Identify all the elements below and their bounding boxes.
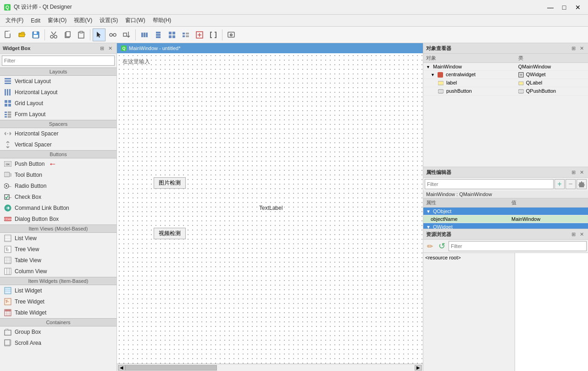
adjust-size-button[interactable] (207, 28, 220, 41)
item-table-view[interactable]: Table View (0, 255, 116, 266)
menu-window2[interactable]: 窗口(W) (122, 15, 149, 26)
cut-button[interactable] (47, 28, 60, 41)
close-button[interactable]: ✕ (571, 2, 584, 12)
layout-v-button[interactable] (152, 28, 165, 41)
icon-push-button: OK (4, 160, 12, 168)
label-form-layout: Form Layout (15, 111, 45, 118)
item-list-widget[interactable]: List Widget (0, 285, 116, 296)
widget-box-header: Widget Box ⊞ ✕ (0, 43, 116, 54)
svg-rect-18 (146, 33, 148, 37)
break-layout-button[interactable] (193, 28, 206, 41)
label-column-view: Column View (15, 268, 47, 275)
item-tree-view[interactable]: Tree View (0, 244, 116, 255)
copy-button[interactable] (61, 28, 74, 41)
item-vertical-layout[interactable]: Vertical Layout (0, 76, 116, 87)
menu-help[interactable]: 帮助(H) (149, 15, 175, 26)
icon-table-view (4, 256, 12, 264)
item-horizontal-layout[interactable]: Horizontal Layout (0, 87, 116, 98)
obj-close-btn[interactable]: ✕ (578, 45, 585, 52)
connect-button[interactable] (106, 28, 119, 41)
separator-1 (44, 29, 45, 40)
paste-button[interactable] (75, 28, 88, 41)
tab-order-button[interactable] (120, 28, 133, 41)
canvas-button-image[interactable]: 图片检测 (154, 177, 186, 189)
cursor-button[interactable] (93, 28, 105, 41)
prop-objectname-value[interactable]: MainWindow (509, 215, 588, 223)
item-tool-button[interactable]: Tool Button (0, 169, 116, 180)
menu-file[interactable]: 文件(F) (2, 15, 27, 26)
property-filter-input[interactable] (425, 179, 554, 189)
obj-row-mainwindow[interactable]: ▼ MainWindow QMainWindow (423, 63, 588, 71)
scroll-thumb[interactable] (125, 365, 217, 371)
qobject-group-label: QObject (433, 208, 451, 214)
canvas-horizontal-scrollbar[interactable]: ◀ ▶ (117, 364, 423, 371)
maximize-button[interactable]: □ (558, 2, 571, 12)
section-item-widgets[interactable]: Item Widgets (Item-Based) (0, 277, 116, 285)
centralwidget-expand-icon: ▼ (431, 73, 435, 77)
scroll-left-btn[interactable]: ◀ (118, 365, 125, 371)
minimize-button[interactable]: — (544, 2, 557, 12)
obj-row-pushbutton[interactable]: pushButton QPushButton (423, 87, 588, 96)
section-layouts[interactable]: Layouts (0, 67, 116, 76)
resource-edit-btn[interactable]: ✏ (425, 241, 435, 251)
push-button-arrow: ← (48, 159, 56, 169)
svg-rect-107 (438, 81, 444, 85)
item-dialog-button-box[interactable]: OK Cancel Dialog Button Box (0, 214, 116, 225)
prop-float-btn[interactable]: ⊞ (570, 169, 577, 176)
scroll-right-btn[interactable]: ▶ (415, 365, 422, 371)
widget-box-float-btn[interactable]: ⊞ (98, 45, 105, 52)
svg-text:OK Cancel: OK Cancel (4, 218, 11, 220)
menu-settings[interactable]: 设置(S) (96, 15, 122, 26)
preview-button[interactable] (225, 28, 238, 41)
item-table-widget[interactable]: Table Widget (0, 307, 116, 318)
item-check-box[interactable]: — Check Box (0, 191, 116, 202)
obj-float-btn[interactable]: ⊞ (570, 45, 577, 52)
label-vertical-spacer: Vertical Spacer (15, 141, 52, 148)
layout-h-button[interactable] (138, 28, 151, 41)
item-horizontal-spacer[interactable]: Horizontal Spacer (0, 128, 116, 139)
resource-refresh-btn[interactable]: ↺ (437, 241, 447, 251)
item-command-link-button[interactable]: Command Link Button (0, 202, 116, 214)
svg-text:Q: Q (6, 5, 9, 10)
save-button[interactable] (29, 28, 42, 41)
layout-grid-button[interactable] (166, 28, 178, 41)
resource-float-btn[interactable]: ⊞ (570, 230, 577, 238)
item-group-box[interactable]: GB Group Box (0, 326, 116, 337)
menu-window[interactable]: 窗体(O) (44, 15, 70, 26)
resource-root-item[interactable]: <resource root> (425, 255, 513, 260)
prop-settings-btn[interactable] (577, 179, 587, 189)
item-tree-widget[interactable]: Tree Widget (0, 296, 116, 307)
canvas-inner[interactable]: 在这里输入 图片检测 TextLabel 视频检测 (117, 53, 423, 364)
item-radio-button[interactable]: — Radio Button (0, 180, 116, 191)
prop-close-btn[interactable]: ✕ (578, 169, 585, 176)
canvas-titlebar: Q MainWindow - untitled* (117, 43, 423, 53)
widget-box-filter-input[interactable] (2, 56, 115, 66)
item-push-button[interactable]: OK Push Button ← (0, 158, 116, 169)
menu-view[interactable]: 视图(V) (70, 15, 96, 26)
menu-edit[interactable]: Edit (27, 16, 44, 25)
resource-filter-input[interactable] (449, 241, 587, 251)
item-vertical-spacer[interactable]: Vertical Spacer (0, 139, 116, 150)
layout-form-button[interactable] (179, 28, 192, 41)
item-form-layout[interactable]: Form Layout (0, 109, 116, 120)
obj-row-label[interactable]: label QLabel (423, 79, 588, 87)
item-list-view[interactable]: List View (0, 233, 116, 244)
new-button[interactable] (2, 28, 15, 41)
prop-row-objectname[interactable]: objectName MainWindow (423, 215, 588, 223)
canvas-button-video[interactable]: 视频检测 (154, 228, 186, 239)
prop-remove-btn[interactable]: − (566, 179, 576, 189)
open-button[interactable] (16, 28, 28, 41)
svg-rect-43 (8, 104, 11, 107)
item-grid-layout[interactable]: Grid Layout (0, 98, 116, 109)
section-containers[interactable]: Containers (0, 318, 116, 326)
section-spacers[interactable]: Spacers (0, 120, 116, 128)
obj-row-centralwidget[interactable]: ▼ centralwidget QWidget (423, 71, 588, 79)
widget-box-close-btn[interactable]: ✕ (106, 45, 114, 52)
section-item-views[interactable]: Item Views (Model-Based) (0, 225, 116, 233)
svg-rect-25 (172, 35, 175, 38)
resource-close-btn[interactable]: ✕ (578, 230, 585, 238)
item-scroll-area[interactable]: Scroll Area (0, 337, 116, 349)
section-buttons[interactable]: Buttons (0, 150, 116, 158)
prop-add-btn[interactable]: + (555, 179, 565, 189)
item-column-view[interactable]: Column View (0, 266, 116, 277)
